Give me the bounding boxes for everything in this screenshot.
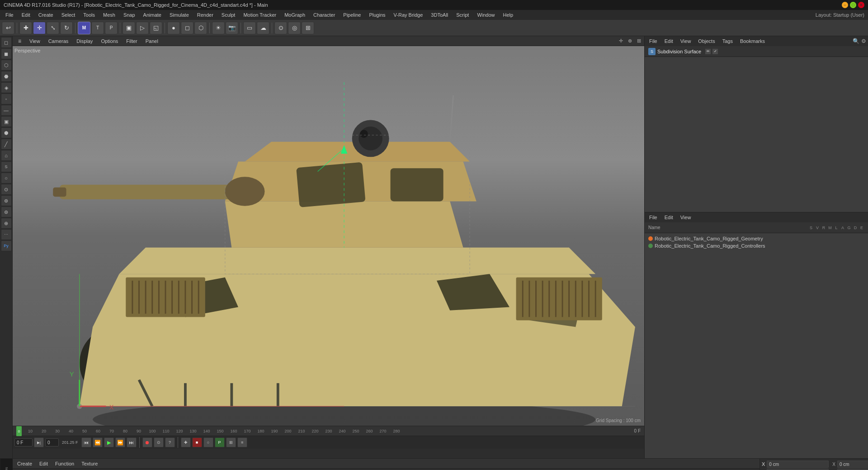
menu-file[interactable]: File: [2, 11, 17, 19]
vp-menu-cameras[interactable]: Cameras: [45, 38, 72, 45]
go-end-button[interactable]: ⏭: [127, 437, 137, 447]
x-input[interactable]: [767, 461, 829, 468]
menu-vray-bridge[interactable]: V-Ray Bridge: [390, 11, 427, 19]
menu-3dtoall[interactable]: 3DToAll: [427, 11, 452, 19]
tool-edge-mode[interactable]: —: [1, 105, 12, 116]
menu-render[interactable]: Render: [193, 11, 217, 19]
search-icon[interactable]: 🔍: [853, 38, 859, 44]
auto-key-btn[interactable]: ⊙: [154, 437, 164, 447]
x2-input[interactable]: [837, 461, 868, 468]
go-start-button[interactable]: ⏮: [81, 437, 91, 447]
obj-bottom-file[interactable]: File: [646, 214, 660, 221]
vp-menu-toggle[interactable]: ≡: [14, 37, 25, 45]
tool-polygon-mode[interactable]: ▣: [1, 116, 12, 127]
obj-bottom-edit[interactable]: Edit: [662, 214, 676, 221]
cylinder-primitive[interactable]: ⬡: [194, 22, 207, 34]
pb-icon-5[interactable]: ⊞: [226, 437, 236, 447]
tool-weld[interactable]: ⊕: [1, 218, 12, 229]
obj-view-menu[interactable]: View: [678, 38, 694, 45]
subdivision-surface-entry[interactable]: S Subdivision Surface ✏ ✓: [646, 47, 720, 56]
vp-menu-filter[interactable]: Filter: [123, 38, 141, 45]
menu-script[interactable]: Script: [453, 11, 472, 19]
obj-file-menu[interactable]: File: [646, 38, 660, 45]
menu-plugins[interactable]: Plugins: [365, 11, 389, 19]
tool-selection[interactable]: ◻: [1, 37, 12, 48]
pb-icon-6[interactable]: ≡: [237, 437, 247, 447]
sphere-primitive[interactable]: ●: [167, 22, 180, 34]
current-frame-input[interactable]: [14, 438, 33, 446]
vp-menu-display[interactable]: Display: [73, 38, 96, 45]
menu-edit[interactable]: Edit: [18, 11, 34, 19]
go-next-button[interactable]: ⏩: [115, 437, 125, 447]
new-object-button[interactable]: ✚: [19, 22, 32, 34]
tool-scale[interactable]: ⤡: [47, 22, 59, 34]
light-btn[interactable]: ☀: [212, 22, 225, 34]
pb-icon-1[interactable]: ✚: [181, 437, 191, 447]
menu-help[interactable]: Help: [500, 11, 517, 19]
playback-advance-btn[interactable]: ▶|: [34, 437, 44, 447]
menu-motion-tracker[interactable]: Motion Tracker: [240, 11, 280, 19]
menu-sculpt[interactable]: Sculpt: [218, 11, 239, 19]
tool-poly-selection[interactable]: ◈: [1, 82, 12, 93]
menu-pipeline[interactable]: Pipeline: [340, 11, 364, 19]
menu-character[interactable]: Character: [310, 11, 339, 19]
tool-magnet[interactable]: ⋯: [1, 229, 12, 240]
close-button[interactable]: ✕: [858, 2, 864, 8]
menu-mograph[interactable]: MoGraph: [281, 11, 309, 19]
tool-move[interactable]: ✛: [33, 22, 46, 34]
tool-bevel[interactable]: ⊛: [1, 195, 12, 206]
python-btn[interactable]: Py: [1, 240, 12, 251]
material-btn[interactable]: ◎: [288, 22, 301, 34]
obj-edit-menu[interactable]: Edit: [662, 38, 676, 45]
vp-menu-options[interactable]: Options: [97, 38, 122, 45]
vp-icon-2[interactable]: ⊕: [626, 38, 633, 45]
floor-btn[interactable]: ▭: [243, 22, 256, 34]
play-button[interactable]: ▶: [104, 437, 114, 447]
tool-knife[interactable]: ○: [1, 173, 12, 183]
obj-bookmarks-menu[interactable]: Bookmarks: [737, 38, 768, 45]
frame-number-input[interactable]: [45, 438, 59, 446]
mat-edit[interactable]: Edit: [37, 460, 51, 467]
subd-edit-btn[interactable]: ✏: [705, 48, 711, 55]
tool-spline[interactable]: ╱: [1, 139, 12, 150]
pb-icon-4[interactable]: P: [215, 437, 225, 447]
vp-menu-panel[interactable]: Panel: [142, 38, 162, 45]
texture-btn[interactable]: ⊞: [302, 22, 314, 34]
mat-function[interactable]: Function: [52, 460, 77, 467]
menu-create[interactable]: Create: [35, 11, 57, 19]
pb-icon-3[interactable]: ○: [203, 437, 213, 447]
menu-window[interactable]: Window: [473, 11, 498, 19]
camera-btn[interactable]: 📷: [226, 22, 238, 34]
cube-primitive[interactable]: ◻: [181, 22, 193, 34]
undo-button[interactable]: ↩: [2, 22, 14, 34]
mat-create[interactable]: Create: [14, 460, 35, 467]
vp-menu-view[interactable]: View: [26, 38, 44, 45]
table-row[interactable]: Robotic_Electric_Tank_Camo_Rigged_Contro…: [646, 242, 866, 249]
tool-rect-selection[interactable]: ⬣: [1, 71, 12, 82]
key-sel-btn[interactable]: ?: [165, 437, 175, 447]
mode-paint[interactable]: P: [105, 22, 118, 34]
tool-point-mode[interactable]: ◦: [1, 94, 12, 104]
menu-animate[interactable]: Animate: [140, 11, 165, 19]
obj-bottom-view[interactable]: View: [678, 214, 694, 221]
tool-free-selection[interactable]: ⬡: [1, 60, 12, 70]
menu-snap[interactable]: Snap: [120, 11, 139, 19]
maximize-button[interactable]: □: [850, 2, 856, 8]
render-region[interactable]: ▣: [123, 22, 135, 34]
table-row[interactable]: Robotic_Electric_Tank_Camo_Rigged_Geomet…: [646, 235, 866, 242]
render-picture-viewer[interactable]: ◱: [150, 22, 162, 34]
minimize-button[interactable]: −: [842, 2, 848, 8]
shader-btn[interactable]: ⊙: [274, 22, 287, 34]
vp-icon-1[interactable]: ✛: [617, 38, 624, 45]
mat-texture[interactable]: Texture: [79, 460, 100, 467]
tool-rotate[interactable]: ↻: [60, 22, 73, 34]
tool-object-mode[interactable]: ⬢: [1, 127, 12, 138]
menu-mesh[interactable]: Mesh: [99, 11, 119, 19]
viewport-canvas[interactable]: Perspective: [13, 46, 644, 426]
mode-model[interactable]: M: [78, 22, 90, 34]
subd-check-btn[interactable]: ✓: [712, 48, 718, 55]
vp-icon-3[interactable]: ⊞: [635, 38, 642, 45]
mode-texture[interactable]: T: [91, 22, 104, 34]
obj-objects-menu[interactable]: Objects: [695, 38, 717, 45]
settings-icon[interactable]: ⚙: [861, 38, 866, 44]
